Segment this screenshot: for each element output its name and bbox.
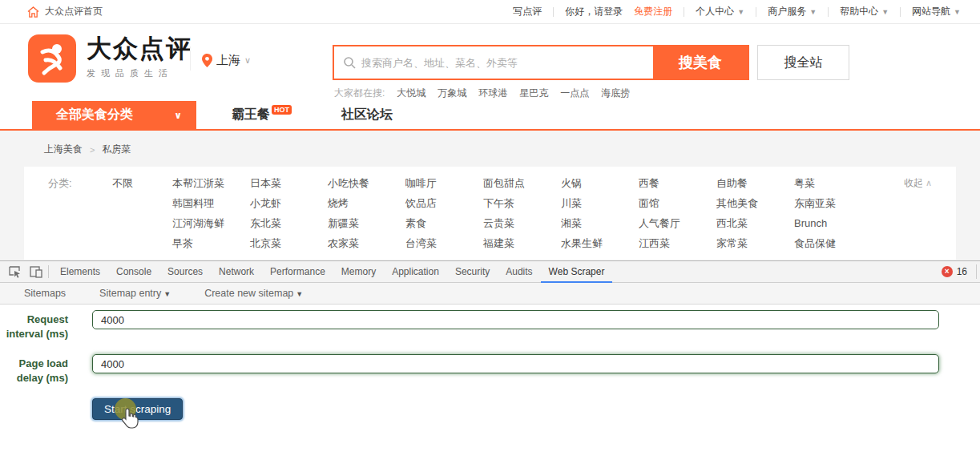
- hot-search-link[interactable]: 星巴克: [519, 87, 548, 100]
- category-link[interactable]: 江西菜: [639, 236, 716, 251]
- category-link[interactable]: 湘菜: [561, 216, 639, 231]
- category-link[interactable]: 烧烤: [328, 196, 405, 211]
- hot-search-link[interactable]: 一点点: [560, 87, 589, 100]
- sitemaps-menu[interactable]: Sitemaps: [24, 288, 66, 299]
- filter-row: 江河湖海鲜 东北菜 新疆菜 素食 云贵菜 湘菜 人气餐厅 西北菜 Brunch: [48, 213, 932, 233]
- brand-block: 大众点评 发现品质生活: [87, 35, 192, 79]
- menu-personal-center[interactable]: 个人中心▼: [684, 5, 756, 18]
- category-link[interactable]: 食品保健: [794, 236, 872, 251]
- category-link[interactable]: 川菜: [561, 196, 639, 211]
- breadcrumb-separator: >: [90, 145, 95, 155]
- category-link[interactable]: 新疆菜: [328, 216, 405, 231]
- login-link[interactable]: 你好，请登录: [554, 5, 634, 18]
- device-toolbar-icon[interactable]: [26, 262, 46, 281]
- sitemap-entry-menu[interactable]: Sitemap entry▼: [99, 288, 171, 299]
- category-link[interactable]: 素食: [405, 216, 483, 231]
- search-food-button[interactable]: 搜美食: [653, 46, 748, 79]
- chevron-down-icon: ▼: [881, 8, 889, 16]
- search-input[interactable]: [334, 46, 653, 79]
- home-link[interactable]: 大众点评首页: [27, 5, 103, 18]
- top-utility-bar: 大众点评首页 写点评 你好，请登录 免费注册 个人中心▼ 商户服务▼ 帮助中心▼…: [0, 0, 980, 24]
- page-load-delay-input[interactable]: [92, 354, 939, 373]
- tab-network[interactable]: Network: [211, 261, 262, 282]
- city-selector[interactable]: 上海 ∨: [202, 53, 251, 68]
- tab-security[interactable]: Security: [447, 261, 498, 282]
- error-icon[interactable]: ×: [942, 266, 953, 277]
- inspect-element-icon[interactable]: [5, 262, 26, 281]
- category-link[interactable]: 自助餐: [716, 176, 794, 191]
- nav-item-deal[interactable]: 霸王餐 HOT: [232, 101, 292, 129]
- tab-performance[interactable]: Performance: [262, 261, 333, 282]
- category-link[interactable]: 福建菜: [483, 236, 561, 251]
- category-link[interactable]: 早茶: [172, 236, 250, 251]
- hot-search-link[interactable]: 大悦城: [397, 87, 425, 100]
- category-link[interactable]: Brunch: [794, 217, 872, 229]
- category-link[interactable]: 小龙虾: [250, 196, 328, 211]
- tab-audits[interactable]: Audits: [498, 261, 540, 282]
- brand-tagline: 发现品质生活: [87, 67, 192, 79]
- site-header: 大众点评 发现品质生活 上海 ∨ 搜美食 搜全站 大家都在搜: 大悦城 万象城 …: [0, 24, 980, 101]
- category-link[interactable]: 其他美食: [716, 196, 794, 211]
- tab-memory[interactable]: Memory: [333, 261, 384, 282]
- category-link[interactable]: 云贵菜: [483, 216, 561, 231]
- breadcrumb-item: 私房菜: [102, 143, 131, 156]
- tab-application[interactable]: Application: [384, 261, 447, 282]
- breadcrumb: 上海美食 > 私房菜: [0, 131, 980, 167]
- brand-name: 大众点评: [87, 35, 192, 63]
- hot-search-link[interactable]: 环球港: [478, 87, 507, 100]
- category-link[interactable]: 咖啡厅: [405, 176, 483, 191]
- category-link[interactable]: 农家菜: [328, 236, 405, 251]
- category-link[interactable]: 台湾菜: [405, 236, 483, 251]
- nav-item-forum[interactable]: 社区论坛: [341, 101, 393, 129]
- dianping-logo[interactable]: [28, 34, 76, 83]
- chevron-up-icon: ∧: [926, 178, 932, 188]
- category-link[interactable]: 西餐: [639, 176, 716, 191]
- category-link[interactable]: 下午茶: [483, 196, 561, 211]
- category-link[interactable]: 韩国料理: [172, 196, 250, 211]
- tab-web-scraper[interactable]: Web Scraper: [541, 261, 613, 283]
- category-link[interactable]: 西北菜: [716, 216, 794, 231]
- create-new-sitemap-menu[interactable]: Create new sitemap▼: [204, 288, 303, 299]
- topbar-menu: 写点评 你好，请登录 免费注册 个人中心▼ 商户服务▼ 帮助中心▼ 网站导航▼: [502, 5, 961, 18]
- category-link[interactable]: 饮品店: [405, 196, 483, 211]
- menu-site-nav[interactable]: 网站导航▼: [901, 5, 961, 18]
- chevron-down-icon: ∨: [174, 110, 182, 121]
- tab-sources[interactable]: Sources: [159, 261, 211, 282]
- tab-console[interactable]: Console: [108, 261, 159, 282]
- chevron-down-icon: ▼: [296, 290, 303, 298]
- category-link[interactable]: 家常菜: [716, 236, 794, 251]
- category-link[interactable]: 东南亚菜: [794, 196, 872, 211]
- scraping-config-form: Request interval (ms) Page load delay (m…: [0, 305, 980, 420]
- category-link[interactable]: 本帮江浙菜: [172, 176, 250, 191]
- category-link[interactable]: 面馆: [639, 196, 716, 211]
- search-area: 搜美食 搜全站: [333, 45, 849, 80]
- search-icon: [344, 57, 356, 72]
- hot-search-link[interactable]: 万象城: [438, 87, 466, 100]
- start-scraping-button[interactable]: Start scraping: [92, 398, 183, 420]
- all-food-categories-button[interactable]: 全部美食分类 ∨: [32, 101, 196, 129]
- category-link[interactable]: 人气餐厅: [639, 216, 716, 231]
- collapse-button[interactable]: 收起∧: [904, 176, 932, 190]
- search-all-button[interactable]: 搜全站: [757, 45, 849, 80]
- category-link[interactable]: 日本菜: [250, 176, 328, 191]
- filter-unlimited[interactable]: 不限: [112, 176, 172, 191]
- category-link[interactable]: 小吃快餐: [328, 176, 405, 191]
- menu-help-center[interactable]: 帮助中心▼: [829, 5, 900, 18]
- breadcrumb-item[interactable]: 上海美食: [44, 143, 83, 156]
- category-link[interactable]: 北京菜: [250, 236, 328, 251]
- category-link[interactable]: 粤菜: [794, 176, 872, 191]
- menu-merchant-services[interactable]: 商户服务▼: [756, 5, 828, 18]
- category-link[interactable]: 水果生鲜: [561, 236, 639, 251]
- web-scraper-toolbar: Sitemaps Sitemap entry▼ Create new sitem…: [0, 283, 980, 305]
- tab-elements[interactable]: Elements: [52, 261, 108, 282]
- hot-search-link[interactable]: 海底捞: [601, 87, 630, 100]
- divider: [976, 264, 977, 279]
- category-link[interactable]: 面包甜点: [483, 176, 561, 191]
- register-link[interactable]: 免费注册: [634, 5, 684, 18]
- write-review-link[interactable]: 写点评: [502, 5, 553, 18]
- category-link[interactable]: 火锅: [561, 176, 639, 191]
- category-link[interactable]: 东北菜: [250, 216, 328, 231]
- error-count[interactable]: 16: [957, 266, 967, 277]
- category-link[interactable]: 江河湖海鲜: [172, 216, 250, 231]
- request-interval-input[interactable]: [92, 310, 939, 329]
